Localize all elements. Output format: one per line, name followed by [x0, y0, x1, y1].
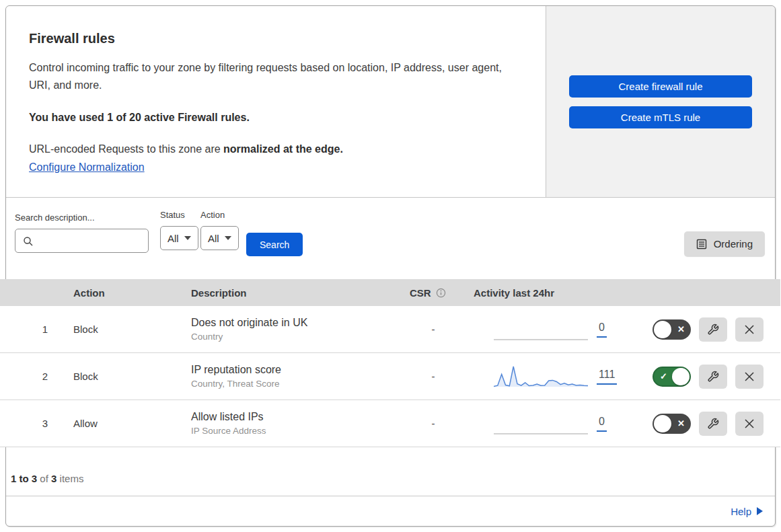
rule-controls: ✓ ✕ — [618, 412, 780, 436]
check-icon: ✓ — [660, 368, 667, 388]
activity-count-link[interactable]: 0 — [597, 321, 607, 338]
rule-priority: 2 — [0, 371, 63, 382]
status-label: Status — [160, 210, 198, 220]
actions-pane: Create firewall rule Create mTLS rule — [546, 6, 775, 197]
close-icon — [744, 371, 755, 382]
page-description: Control incoming traffic to your zone by… — [29, 59, 523, 94]
ordering-button-label: Ordering — [714, 238, 753, 250]
create-mtls-rule-button[interactable]: Create mTLS rule — [569, 106, 752, 128]
toggle-knob — [654, 321, 671, 338]
ordering-button[interactable]: Ordering — [684, 231, 765, 256]
status-dropdown[interactable]: All — [160, 226, 198, 250]
search-input[interactable] — [15, 229, 148, 252]
activity-sparkline — [494, 410, 588, 437]
rule-description: Does not originate in UK — [191, 317, 396, 329]
activity-count-link[interactable]: 0 — [597, 416, 607, 432]
arrow-right-icon — [757, 507, 763, 515]
create-firewall-rule-button[interactable]: Create firewall rule — [569, 75, 752, 98]
chevron-down-icon — [225, 236, 231, 240]
rule-activity-cell: 0 — [470, 410, 618, 437]
table-row: 3 Allow Allow listed IPs IP Source Addre… — [0, 400, 780, 447]
activity-sparkline — [494, 316, 588, 343]
cross-icon: ✕ — [677, 319, 685, 340]
rule-fields: IP Source Address — [191, 426, 396, 436]
search-group: Search description... — [15, 213, 149, 253]
rule-csr: - — [396, 324, 470, 335]
configure-normalization-link[interactable]: Configure Normalization — [29, 161, 145, 174]
pagination-of: of — [40, 473, 48, 484]
rules-table: Action Description CSR Activity last 24h… — [0, 279, 780, 447]
rule-enable-toggle[interactable]: ✓ ✕ — [653, 367, 691, 387]
pagination-summary: 1 to 3 of 3 items — [6, 447, 775, 496]
rule-fields: Country — [191, 332, 396, 342]
filter-bar: Search description... Status All Action … — [6, 198, 775, 279]
content-card: Firewall rules Control incoming traffic … — [5, 5, 776, 527]
table-row: 1 Block Does not originate in UK Country… — [0, 306, 780, 353]
rule-description-cell: IP reputation score Country, Threat Scor… — [174, 364, 396, 389]
close-icon — [744, 418, 755, 429]
status-dropdown-value: All — [168, 233, 179, 244]
pagination-items: items — [60, 473, 84, 484]
rule-activity-cell: 0 — [470, 316, 618, 343]
rule-fields: Country, Threat Score — [191, 379, 396, 389]
usage-summary: You have used 1 of 20 active Firewall ru… — [29, 112, 523, 124]
toggle-knob — [672, 368, 690, 385]
table-header-row: Action Description CSR Activity last 24h… — [0, 279, 780, 306]
wrench-icon — [707, 324, 719, 336]
rule-enable-toggle[interactable]: ✓ ✕ — [653, 319, 691, 340]
status-filter-group: Status All — [160, 210, 198, 250]
page-title: Firewall rules — [29, 31, 523, 46]
delete-rule-button[interactable] — [735, 365, 764, 389]
action-dropdown-value: All — [208, 233, 219, 244]
edit-rule-button[interactable] — [699, 365, 727, 389]
header-csr: CSR — [396, 287, 470, 299]
firewall-rules-page: Firewall rules Control incoming traffic … — [0, 0, 781, 532]
header-activity: Activity last 24hr — [470, 287, 618, 299]
wrench-icon — [707, 418, 719, 430]
activity-sparkline — [494, 363, 588, 390]
toggle-knob — [654, 415, 671, 432]
rule-controls: ✓ ✕ — [618, 365, 780, 389]
delete-rule-button[interactable] — [735, 412, 764, 436]
activity-count-link[interactable]: 111 — [597, 369, 617, 385]
rule-controls: ✓ ✕ — [618, 317, 780, 342]
pagination-range: 1 to 3 — [11, 473, 37, 484]
edit-rule-button[interactable] — [699, 317, 727, 342]
chevron-down-icon — [184, 236, 191, 240]
edit-rule-button[interactable] — [699, 412, 727, 436]
header-section: Firewall rules Control incoming traffic … — [6, 6, 775, 198]
action-label: Action — [200, 210, 239, 220]
rule-csr: - — [396, 371, 470, 382]
cross-icon: ✕ — [677, 414, 685, 434]
help-link[interactable]: Help — [731, 506, 763, 517]
rule-action: Block — [63, 371, 174, 382]
rule-action: Block — [63, 324, 174, 335]
search-button[interactable]: Search — [246, 233, 303, 256]
pagination-total: 3 — [51, 473, 57, 484]
rule-enable-toggle[interactable]: ✓ ✕ — [653, 414, 691, 434]
info-icon[interactable] — [436, 288, 446, 298]
action-filter-group: Action All — [200, 210, 239, 250]
rule-description: IP reputation score — [191, 364, 396, 376]
action-dropdown[interactable]: All — [200, 226, 239, 250]
table-row: 2 Block IP reputation score Country, Thr… — [0, 353, 780, 400]
wrench-icon — [707, 371, 719, 383]
rule-priority: 1 — [0, 324, 63, 335]
header-description: Description — [174, 287, 396, 299]
rule-description-cell: Does not originate in UK Country — [174, 317, 396, 342]
help-link-label: Help — [731, 506, 751, 517]
normalization-note-bold: normalized at the edge. — [223, 143, 343, 155]
delete-rule-button[interactable] — [735, 317, 764, 342]
rule-activity-cell: 111 — [470, 363, 618, 390]
header-text-pane: Firewall rules Control incoming traffic … — [6, 6, 546, 197]
rule-description-cell: Allow listed IPs IP Source Address — [174, 411, 396, 436]
rule-action: Allow — [63, 418, 174, 429]
rule-description: Allow listed IPs — [191, 411, 396, 423]
rule-csr: - — [396, 418, 470, 429]
header-csr-label: CSR — [410, 287, 431, 299]
help-bar: Help — [6, 496, 775, 526]
normalization-note: URL-encoded Requests to this zone are no… — [29, 143, 523, 155]
normalization-note-text: URL-encoded Requests to this zone are — [29, 143, 223, 155]
list-icon — [696, 239, 707, 250]
rule-priority: 3 — [0, 418, 63, 429]
